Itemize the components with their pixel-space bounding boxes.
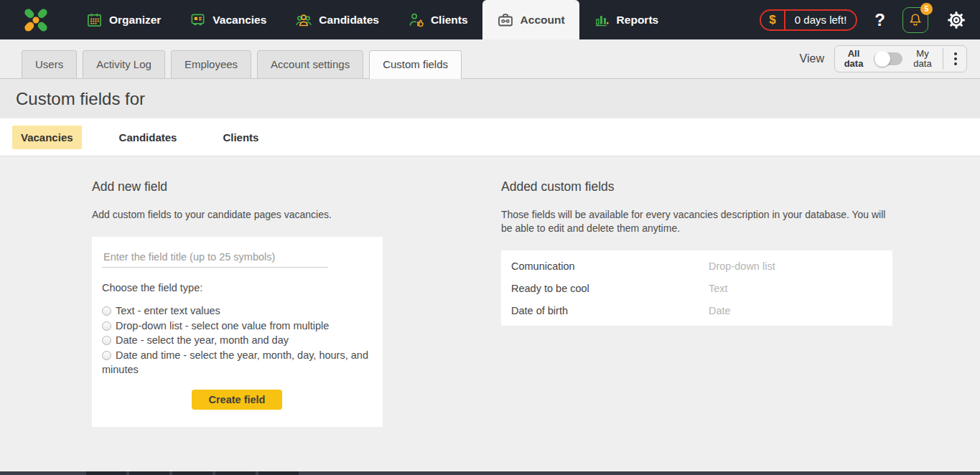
add-field-heading: Add new field — [92, 179, 383, 194]
trial-days-left-badge[interactable]: $ 0 days left! — [760, 9, 857, 31]
nav-item-candidates[interactable]: Candidates — [281, 0, 393, 39]
tab-custom-fields[interactable]: Custom fields — [369, 50, 462, 79]
people-group-icon — [295, 11, 312, 29]
tab-activity-log[interactable]: Activity Log — [83, 50, 165, 78]
bottom-taskbar-edge — [0, 471, 980, 475]
field-name: Date of birth — [511, 305, 709, 316]
add-field-description: Add custom fields to your candidate page… — [92, 208, 383, 222]
bell-icon — [907, 12, 923, 28]
radio-icon[interactable] — [102, 351, 111, 360]
briefcase-icon — [497, 11, 514, 29]
added-custom-fields-section: Added custom fields Those fields will be… — [501, 179, 892, 475]
vacancy-card-icon — [190, 11, 206, 28]
create-field-button[interactable]: Create field — [192, 390, 283, 410]
nav-label: Candidates — [319, 14, 379, 27]
dollar-icon: $ — [761, 11, 785, 29]
added-fields-description: Those fields will be available for every… — [501, 208, 892, 235]
custom-fields-content: Add new field Add custom fields to your … — [0, 156, 980, 475]
settings-button[interactable] — [946, 9, 967, 31]
my-data-label[interactable]: My data — [910, 49, 935, 68]
field-name: Ready to be cool — [511, 283, 709, 294]
field-type: Drop-down list — [709, 260, 775, 272]
nav-label: Clients — [431, 14, 468, 27]
radio-icon[interactable] — [102, 306, 111, 316]
entity-tab-clients[interactable]: Clients — [214, 126, 267, 149]
nav-item-reports[interactable]: Reports — [579, 0, 673, 39]
client-thumbsup-icon — [408, 11, 424, 28]
nav-item-vacancies[interactable]: Vacancies — [175, 0, 281, 39]
added-fields-heading: Added custom fields — [501, 179, 892, 194]
radio-icon[interactable] — [102, 336, 111, 345]
radio-label: Date and time - select the year, month, … — [102, 349, 368, 376]
account-section-tabs: Users Activity Log Employees Account set… — [0, 39, 980, 79]
notifications-button[interactable]: 5 — [902, 7, 928, 33]
help-button[interactable]: ? — [874, 10, 885, 30]
view-switch-area: View All data My data — [800, 45, 980, 72]
gear-icon — [946, 9, 967, 31]
nav-label: Vacancies — [213, 14, 266, 27]
page-title: Custom fields for — [16, 89, 145, 109]
bar-chart-icon — [594, 11, 610, 28]
entity-tab-candidates[interactable]: Candidates — [111, 126, 186, 149]
added-fields-table: Comunication Drop-down list Ready to be … — [501, 250, 892, 326]
notification-count-badge: 5 — [920, 3, 933, 15]
field-type: Text — [709, 283, 728, 294]
divider — [943, 48, 943, 70]
nav-item-organizer[interactable]: Organizer — [72, 0, 175, 39]
field-type: Date — [709, 305, 731, 316]
radio-label: Drop-down list - select one value from m… — [116, 320, 329, 331]
table-row[interactable]: Ready to be cool Text — [501, 277, 892, 299]
radio-option-datetime[interactable]: Date and time - select the year, month, … — [102, 348, 372, 377]
nav-item-clients[interactable]: Clients — [393, 0, 482, 39]
field-type-label: Choose the field type: — [102, 282, 372, 293]
field-name: Comunication — [511, 260, 709, 272]
tab-users[interactable]: Users — [22, 50, 77, 78]
nav-label: Account — [521, 14, 565, 27]
table-row[interactable]: Comunication Drop-down list — [501, 255, 892, 277]
radio-label: Date - select the year, month and day — [116, 334, 289, 346]
calendar-icon — [86, 11, 103, 28]
radio-label: Text - enter text values — [116, 305, 220, 316]
radio-icon[interactable] — [102, 321, 111, 331]
radio-option-dropdown[interactable]: Drop-down list - select one value from m… — [102, 319, 372, 334]
all-data-label[interactable]: All data — [841, 49, 867, 68]
page-title-band: Custom fields for — [0, 79, 980, 118]
clover-logo-icon — [20, 4, 52, 36]
main-nav: Organizer Vacancies — [72, 0, 673, 39]
entity-tab-vacancies[interactable]: Vacancies — [12, 126, 82, 149]
add-new-field-section: Add new field Add custom fields to your … — [92, 179, 383, 475]
field-title-input[interactable] — [102, 249, 328, 268]
add-field-card: Choose the field type: Text - enter text… — [92, 237, 383, 427]
view-switch-group: All data My data — [834, 45, 967, 72]
topbar-right-controls: $ 0 days left! ? 5 — [760, 0, 980, 39]
top-navigation-bar: Organizer Vacancies — [0, 0, 980, 39]
nav-label: Organizer — [109, 14, 161, 27]
nav-label: Reports — [617, 14, 659, 27]
nav-item-account[interactable]: Account — [482, 0, 579, 39]
tab-employees[interactable]: Employees — [171, 50, 251, 78]
more-options-kebab-icon[interactable] — [951, 50, 961, 68]
trial-days-left-text: 0 days left! — [785, 14, 857, 26]
data-view-toggle[interactable] — [874, 52, 902, 65]
tab-account-settings[interactable]: Account settings — [257, 50, 363, 78]
app-logo[interactable] — [0, 0, 72, 39]
toggle-knob — [874, 51, 890, 67]
radio-option-date[interactable]: Date - select the year, month and day — [102, 333, 372, 348]
view-label: View — [800, 52, 824, 65]
entity-tabs: Vacancies Candidates Clients — [0, 118, 980, 156]
radio-option-text[interactable]: Text - enter text values — [102, 304, 372, 319]
table-row[interactable]: Date of birth Date — [501, 299, 892, 321]
